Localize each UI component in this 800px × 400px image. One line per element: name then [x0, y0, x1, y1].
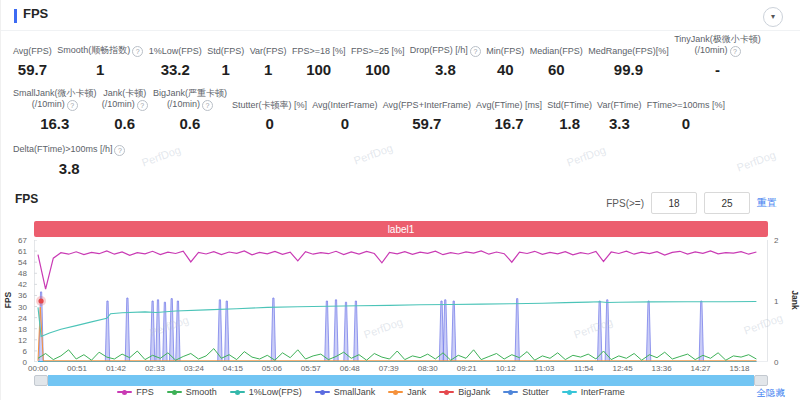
stat-value: 0.6 — [179, 115, 200, 133]
y-tick-label: 12 — [18, 335, 27, 344]
stat-value: 0 — [682, 115, 690, 133]
title-accent-bar — [14, 9, 17, 23]
stat-cell: Var(FPS)1 — [248, 46, 289, 79]
x-tick-label: 05:06 — [262, 364, 282, 373]
x-tick-label: 11:03 — [535, 364, 554, 373]
hide-all-link[interactable]: 全隐藏 — [757, 387, 786, 400]
legend-item[interactable]: SmallJank — [315, 387, 376, 397]
x-tick-label: 02:33 — [145, 364, 165, 373]
fps-threshold-input-1[interactable] — [651, 192, 697, 214]
stat-label: Var(FTime) — [597, 100, 642, 111]
y-tick-label: 1 — [774, 297, 778, 306]
chart-label-band-text: label1 — [388, 224, 415, 235]
legend-item[interactable]: Jank — [388, 387, 426, 397]
stat-cell: Std(FTime)1.8 — [545, 100, 594, 133]
legend-item[interactable]: Smooth — [167, 387, 217, 397]
legend-series-marker — [439, 391, 454, 393]
stat-value: 60 — [548, 61, 565, 79]
collapse-button[interactable]: ▾ — [763, 7, 783, 27]
fps-threshold-label: FPS(>=) — [606, 198, 644, 209]
legend-series-marker — [503, 391, 518, 393]
x-tick-label: 13:36 — [652, 364, 672, 373]
x-tick-label: 00:51 — [67, 364, 87, 373]
help-icon[interactable]: ? — [114, 145, 125, 156]
fps-threshold-input-2[interactable] — [704, 192, 750, 214]
smalljank-spike — [156, 300, 160, 362]
legend-item[interactable]: FPS — [117, 387, 154, 397]
legend-series-label: 1%Low(FPS) — [249, 387, 302, 397]
fps-chart-canvas[interactable] — [34, 240, 768, 362]
chart-range-scrollbar[interactable] — [34, 375, 768, 386]
legend-item[interactable]: Stutter — [503, 387, 549, 397]
smalljank-spike — [699, 301, 703, 362]
x-tick-label: 15:18 — [730, 364, 750, 373]
help-icon[interactable]: ? — [730, 46, 741, 57]
stat-value: 99.9 — [614, 61, 643, 79]
y-tick-label: 36 — [18, 291, 27, 300]
fps-threshold-controls: FPS(>=) 重置 — [606, 192, 777, 214]
scrollbar-track[interactable] — [48, 375, 754, 386]
legend-item[interactable]: BigJank — [439, 387, 490, 397]
legend-item[interactable]: 1%Low(FPS) — [230, 387, 302, 397]
stat-label: Delta(FTime)>100ms [/h]? — [13, 144, 125, 156]
reset-link[interactable]: 重置 — [757, 196, 777, 210]
y-tick-label: 54 — [18, 258, 27, 267]
stat-label: Drop(FPS) [/h]? — [410, 45, 481, 57]
watermark: PerfDog — [735, 148, 777, 173]
stat-value: 1 — [96, 61, 104, 79]
stat-cell: Avg(FPS+InterFrame)59.7 — [381, 100, 473, 133]
chart-label-band: label1 — [34, 221, 768, 237]
y-tick-label: 0 — [774, 358, 778, 367]
stat-label: Avg(FTime) [ms] — [476, 100, 542, 111]
fps-report-panel: FPS ▾ Avg(FPS)59.7Smooth(顺畅指数)?11%Low(FP… — [0, 0, 800, 400]
help-icon[interactable]: ? — [137, 100, 148, 111]
x-tick-label: 12:45 — [613, 364, 633, 373]
legend-series-marker — [230, 391, 245, 393]
y-tick-label: 18 — [18, 324, 27, 333]
stat-cell: FTime>=100ms [%]0 — [645, 100, 727, 133]
stat-value: 33.2 — [161, 61, 190, 79]
help-icon[interactable]: ? — [132, 46, 143, 57]
header-divider — [1, 30, 800, 31]
stat-label: MedRange(FPS)[%] — [588, 46, 669, 57]
scrollbar-left-handle[interactable] — [34, 375, 48, 386]
legend-series-label: Jank — [407, 387, 426, 397]
help-icon[interactable]: ? — [470, 46, 481, 57]
stat-label: FPS>=18 [%] — [292, 46, 346, 57]
stat-cell: FPS>=25 [%]100 — [349, 46, 407, 79]
stat-value: 3.8 — [435, 61, 456, 79]
stat-label: SmallJank(微小卡顿) (/10min)? — [13, 88, 97, 111]
stat-value: 100 — [365, 61, 390, 79]
stat-value: 59.7 — [412, 115, 441, 133]
smalljank-spike — [646, 301, 650, 362]
stat-label: Jank(卡顿) (/10min)? — [102, 88, 148, 111]
stat-label: FPS>=25 [%] — [351, 46, 405, 57]
y-tick-label: 61 — [18, 247, 27, 256]
legend-series-marker — [388, 391, 403, 393]
y-tick-label: 2 — [774, 236, 778, 245]
stat-cell: Std(FPS)1 — [205, 46, 246, 79]
stat-value: - — [715, 61, 720, 79]
smalljank-spike — [354, 301, 358, 362]
stat-value: 1 — [264, 61, 272, 79]
stat-cell: FPS>=18 [%]100 — [290, 46, 348, 79]
help-icon[interactable]: ? — [67, 100, 78, 111]
watermark: PerfDog — [352, 141, 394, 166]
y-tick-label: 24 — [18, 313, 27, 322]
stat-value: 1.8 — [559, 115, 580, 133]
stat-label: Stutter(卡顿率) [%] — [232, 100, 307, 111]
stat-label: Std(FTime) — [547, 100, 592, 111]
stat-cell: Jank(卡顿) (/10min)?0.6 — [100, 88, 150, 133]
smalljank-spike — [125, 298, 129, 362]
scrollbar-right-handle[interactable] — [754, 375, 768, 386]
y-tick-label: 48 — [18, 269, 27, 278]
help-icon[interactable]: ? — [202, 100, 213, 111]
legend-item[interactable]: InterFrame — [562, 387, 625, 397]
x-tick-label: 08:30 — [418, 364, 438, 373]
stat-value: 0 — [265, 115, 273, 133]
x-axis: 00:0000:5101:4202:3303:2404:1505:0605:57… — [34, 364, 768, 374]
stat-label: FTime>=100ms [%] — [647, 100, 725, 111]
smalljank-spike — [325, 301, 329, 362]
y-axis-right-name: Jank — [790, 290, 800, 309]
chevron-down-icon: ▾ — [771, 13, 775, 21]
